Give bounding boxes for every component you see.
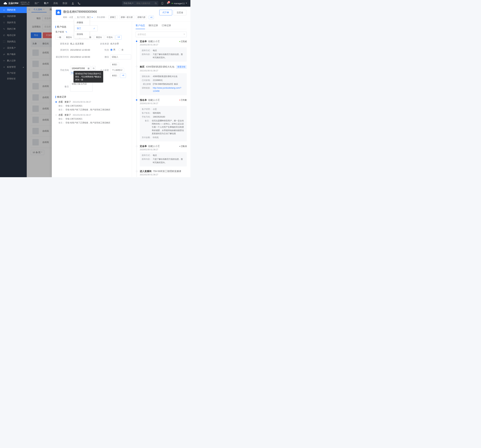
lbl-phone: 手机号码 <box>55 69 69 72</box>
lbl-note: 备注 <box>55 85 69 88</box>
contacts-icon[interactable]: ▦ <box>86 67 90 70</box>
ptag[interactable]: 个人标签12 <box>110 68 124 72</box>
brand-sub: 教育机构一站式服务云平台 <box>19 1 30 5</box>
copy-icon[interactable]: ⧉ <box>92 66 96 71</box>
side-friends[interactable]: ☺我的好友 <box>0 7 27 13</box>
side-groups[interactable]: ◎我的群聊 <box>0 13 27 19</box>
mobile-icon[interactable] <box>161 2 164 5</box>
chevron-down-icon <box>186 3 187 4</box>
side-orders[interactable]: ✎我的订单 <box>0 26 27 32</box>
radio-female[interactable]: 女 <box>118 48 124 51</box>
group-chip[interactable]: 群聊六群 <box>136 15 147 19</box>
val-source: 线上-北京昱新 <box>70 42 96 45</box>
search-box: 手机号码 <box>122 1 158 6</box>
lbl-wechat: 微信 <box>97 55 109 59</box>
side-calls[interactable]: ✆电话记录 <box>0 32 27 39</box>
dd-option[interactable]: 师馨薇 <box>74 20 89 25</box>
tag[interactable]: 高意向 <box>94 35 104 40</box>
nav-data[interactable]: 数据 <box>63 2 67 5</box>
cloud-icon <box>3 2 7 5</box>
svg-point-0 <box>72 2 73 3</box>
activity-filter[interactable]: 全部动态 <box>136 31 187 37</box>
mgr-dropdown-trigger[interactable]: 客户经理：张三 <box>77 16 93 19</box>
mgr-dropdown: 师馨薇 张三✓ 俱保咏 <box>74 19 89 38</box>
side-sub-grouptags[interactable]: 群聊标签 <box>0 76 27 82</box>
val-lastchat: 2021/09/10 12:00:00 <box>70 56 96 58</box>
side-inherit[interactable]: ⇄客户继承 <box>0 51 27 57</box>
ptag-more[interactable]: +4 <box>120 73 126 78</box>
view-detail[interactable]: 查看详情 <box>176 65 187 69</box>
side-sub-custtags[interactable]: 客户标签 <box>0 70 27 76</box>
timeline-item: 定金单创建人小王已取消2020/01/30 01:38:27跟单方式：电话跟单内… <box>140 145 187 167</box>
timeline-item: 进入直播间759-59班第三期理财直播课2021/01/30 01:38:27通… <box>140 170 187 177</box>
info-grid: 获客来源 线上-北京昱新 好友来源 名片分享 添加时间 2021/09/10 1… <box>55 42 128 92</box>
group-chip[interactable]: 群聊一群大群 <box>119 15 134 19</box>
place-order-button[interactable]: 代下单 <box>159 10 172 15</box>
drawer-actions: 代下单 交定金 <box>159 10 186 15</box>
svg-rect-6 <box>58 11 59 12</box>
drawer-header: 微信名称6789990000966 昵称：小王 | 客户经理：张三 | 所在群聊… <box>52 7 190 21</box>
edit-tags-icon[interactable]: ✎ <box>66 31 67 33</box>
rtab-orders[interactable]: 订单记录 <box>162 24 171 29</box>
customer-avatar <box>56 10 61 15</box>
lbl-lastchat: 最近聊天时间 <box>55 55 69 59</box>
ptag[interactable]: 标签1 <box>110 73 119 78</box>
user-icon[interactable] <box>71 2 74 5</box>
phone-icon[interactable] <box>78 2 81 5</box>
side-lost[interactable]: ↩流失客户 <box>0 45 27 51</box>
app-header: 云朵CRM 教育机构一站式服务云平台 推广 客户 质检 数据 手机号码 5 ma… <box>0 0 190 7</box>
val-friend-src: 名片分享 <box>110 42 131 45</box>
timeline-item: 报名单创建人小王已失败2020/01/30 01:38:27客户经理：小王客户姓… <box>140 99 187 142</box>
svg-line-2 <box>156 4 157 4</box>
header-right: 手机号码 5 manager11 <box>122 1 187 6</box>
radio-male[interactable]: 男 <box>110 48 115 51</box>
wechat-input[interactable] <box>110 54 131 59</box>
side-tags[interactable]: ✦标签管理 <box>0 64 27 70</box>
lbl-source: 获客来源 <box>55 42 69 45</box>
logo: 云朵CRM 教育机构一站式服务云平台 <box>3 1 30 5</box>
lbl-gender: 性别 <box>97 48 109 52</box>
status-dot <box>172 3 173 4</box>
timeline: 定金单创建人小王已完成2020/01/30 01:38:27跟单方式：电话跟单内… <box>137 40 187 177</box>
group-more[interactable]: +4 <box>149 16 154 19</box>
side-students[interactable]: ▽我的学员 <box>0 19 27 26</box>
user-menu[interactable]: manager11 <box>172 2 187 5</box>
timeline-item: 购买4399理财课进阶课程大礼包查看详情2021/01/30 01:38:27课… <box>140 65 187 95</box>
gender-radios: 男 女 <box>110 48 131 52</box>
log-item: 小王更新了2021/01/30 01:38:27微信：空值-1367218282… <box>55 114 128 124</box>
brand: 云朵CRM <box>8 2 18 5</box>
dd-option-selected[interactable]: 张三✓ <box>74 25 98 31</box>
lbl-added: 添加时间 <box>55 48 69 52</box>
search-input[interactable] <box>135 2 153 5</box>
drawer-right: 客户动态 聊天记录 订单记录 全部动态 定金单创建人小王已完成2020/01/3… <box>132 21 190 177</box>
tag[interactable]: 中意向 <box>105 35 115 40</box>
group-chip[interactable]: 群聊三 <box>109 15 118 19</box>
tag-more[interactable]: +4 <box>116 35 122 40</box>
nav-customer[interactable]: 客户 <box>44 2 49 5</box>
rtab-activity[interactable]: 客户动态 <box>136 24 145 29</box>
side-goods[interactable]: ⛶我的商品 <box>0 39 27 45</box>
ptag[interactable]: 标签1 <box>110 62 119 67</box>
check-icon: ✓ <box>93 27 95 30</box>
deposit-button[interactable]: 交定金 <box>173 10 186 15</box>
tag[interactable]: 一般 <box>55 35 63 40</box>
tag[interactable]: 高意向 <box>64 35 74 40</box>
dd-option[interactable]: 俱保咏 <box>74 31 89 37</box>
svg-point-1 <box>155 2 156 4</box>
sec-log-title: 修改记录 <box>55 95 128 99</box>
right-tabs: 客户动态 聊天记录 订单记录 <box>136 24 187 29</box>
nav-qc[interactable]: 质检 <box>53 2 58 5</box>
top-nav: 推广 客户 质检 数据 <box>35 2 67 5</box>
bell-icon[interactable]: 5 <box>166 2 169 5</box>
customer-drawer: 微信名称6789990000966 昵称：小王 | 客户经理：张三 | 所在群聊… <box>52 7 190 177</box>
lbl-friend-src: 好友来源 <box>97 42 109 45</box>
nav-promo[interactable]: 推广 <box>35 2 39 5</box>
search-type[interactable]: 手机号码 <box>122 2 135 5</box>
rtab-chat[interactable]: 聊天记录 <box>149 24 158 29</box>
search-icon[interactable] <box>153 2 158 5</box>
side-delete[interactable]: ✂删人记录 <box>0 57 27 64</box>
drawer-left: 客户信息 客户标签 ✎ 一般 高意向 中意向 一般 高意向 中意向 +4 获客来… <box>52 21 132 177</box>
phone-input[interactable] <box>70 66 86 70</box>
customer-title: 微信名称6789990000966 <box>63 10 157 14</box>
val-added: 2021/09/10 12:00:00 <box>70 49 96 51</box>
